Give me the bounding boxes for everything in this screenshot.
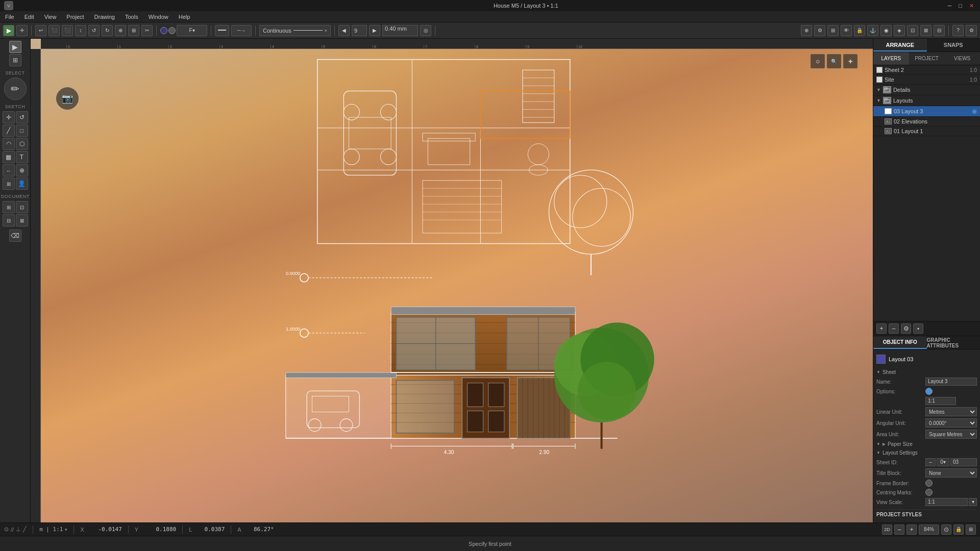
layer-item-layout3[interactable]: 03 Layout 3 ◉ (873, 106, 980, 117)
tb-tool-3[interactable]: ⬛ (62, 25, 73, 36)
tab-layers[interactable]: LAYERS (873, 52, 909, 65)
close-button[interactable]: ✕ (967, 3, 976, 9)
layout-icon-button[interactable]: ⊞ (966, 524, 976, 535)
help-icon[interactable]: ? (952, 25, 964, 36)
tb-extra-3[interactable]: ⊡ (907, 25, 918, 36)
menu-view[interactable]: View (42, 13, 59, 21)
window-controls[interactable]: ─ □ ✕ (946, 3, 976, 9)
anchor-icon[interactable]: ⚓ (867, 25, 878, 36)
rect-tool[interactable]: □ (16, 124, 28, 137)
layer-item-layouts[interactable]: ▼ Layouts (873, 95, 980, 106)
centering-marks-toggle[interactable] (925, 489, 933, 496)
dimension-tool[interactable]: ↔ (3, 164, 15, 177)
tb-scissors[interactable]: ✂ (141, 25, 153, 36)
view-scale-dropdown[interactable]: ▾ (969, 498, 977, 506)
tb-tool-4[interactable]: ↕ (75, 25, 86, 36)
eraser-tool[interactable]: ⌫ (9, 230, 21, 242)
tb-crop[interactable]: ⊞ (128, 25, 139, 36)
options-toggle[interactable] (925, 388, 933, 395)
zoom-to-fit[interactable]: ⊙ (811, 54, 825, 68)
menu-window[interactable]: Window (146, 13, 170, 21)
pan-tool[interactable]: ✚ (843, 54, 857, 68)
scale-value[interactable]: 1:1 (925, 397, 956, 405)
tab-project[interactable]: PROJECT (909, 52, 945, 65)
menu-help[interactable]: Help (177, 13, 192, 21)
layer-item-elevations[interactable]: A↕ 02 Elevations (873, 117, 980, 127)
layout-settings-section[interactable]: Layout Settings (876, 448, 977, 457)
tab-graphic-attributes[interactable]: GRAPHIC ATTRIBUTES (927, 336, 981, 349)
frame-border-toggle[interactable] (925, 480, 933, 487)
add-layer-button[interactable]: + (876, 323, 887, 334)
wall-tool[interactable]: ⊞ (3, 178, 15, 190)
tb-tool-6[interactable]: ↻ (102, 25, 113, 36)
menu-tools[interactable]: Tools (123, 13, 140, 21)
view-icon[interactable]: 👁 (841, 25, 852, 36)
zoom-percent[interactable]: 84% (919, 524, 939, 535)
layer-fill-button[interactable] (168, 27, 176, 34)
tab-views[interactable]: VIEWS (944, 52, 980, 65)
weight-select[interactable]: 0.40 mm (382, 25, 418, 36)
sketch-icon-btn[interactable]: ✏ (4, 78, 27, 100)
doc-tool-1[interactable]: ⊞ (3, 201, 15, 213)
menu-edit[interactable]: Edit (22, 13, 36, 21)
tb-extra-5[interactable]: ⊟ (934, 25, 945, 36)
line-style-button[interactable] (215, 25, 229, 36)
layer-item-layout1[interactable]: A↕ 01 Layout 1 (873, 127, 980, 136)
doc-tool-3[interactable]: ⊟ (3, 214, 15, 227)
layer-settings-button[interactable]: ⚙ (901, 323, 911, 334)
linear-unit-select[interactable]: Metres (925, 407, 977, 416)
snap-icon-4[interactable]: ╱ (23, 526, 27, 533)
angular-unit-select[interactable]: 0.0000° (925, 418, 977, 428)
tb-extra-1[interactable]: ◉ (880, 25, 892, 36)
weight-left[interactable]: ◀ (338, 25, 350, 36)
arc-tool[interactable]: ◠ (3, 138, 15, 150)
canvas-area[interactable]: 0 1 2 3 4 5 6 7 8 9 10 (31, 39, 873, 522)
menu-file[interactable]: File (3, 13, 16, 21)
snap-icon-2[interactable]: // (11, 527, 14, 533)
run-button[interactable]: ▶ (3, 25, 14, 36)
select-mode-button[interactable]: ▶ (9, 41, 21, 53)
title-block-select[interactable]: None (925, 468, 977, 478)
mode-dropdown[interactable]: ▾ (65, 527, 67, 532)
doc-tool-4[interactable]: ⊠ (16, 214, 28, 227)
view-2d-button[interactable]: 2D (882, 524, 892, 535)
tb-tool-5[interactable]: ↺ (88, 25, 100, 36)
hatch-tool[interactable]: ▦ (3, 151, 15, 163)
weight-input[interactable] (352, 25, 367, 36)
zoom-in-view[interactable]: 🔍 (827, 54, 841, 68)
view-scale-value[interactable]: 1:1 (925, 498, 968, 506)
tb-tool-1[interactable]: ↩ (35, 25, 46, 36)
area-unit-select[interactable]: Square Metres (925, 430, 977, 439)
doc-tool-2[interactable]: ⊡ (16, 201, 28, 213)
menu-project[interactable]: Project (64, 13, 86, 21)
polygon-tool[interactable]: ⬡ (16, 138, 28, 150)
layer-color-button[interactable] (160, 27, 167, 34)
line-end-button[interactable]: ─→ (231, 25, 252, 36)
minimize-button[interactable]: ─ (946, 3, 954, 9)
layer-settings-down[interactable]: ▾ (913, 323, 923, 334)
weight-right[interactable]: ▶ (369, 25, 380, 36)
tb-tool-7[interactable]: ⊕ (115, 25, 126, 36)
rotate-tool[interactable]: ↺ (16, 111, 28, 123)
sheet-id-value[interactable]: 03 (950, 458, 977, 466)
tab-snaps[interactable]: SNAPS (927, 39, 981, 52)
scale-display[interactable]: m | 1:1 ▾ (39, 526, 67, 533)
camera-overlay[interactable]: 📷 (56, 87, 79, 110)
zoom-fit-button[interactable]: ⊙ (941, 524, 951, 535)
tb-extra-2[interactable]: ◈ (894, 25, 905, 36)
tb-tool-2[interactable]: ⬛ (48, 25, 60, 36)
settings-icon[interactable]: ⚙ (966, 25, 977, 36)
constraint-icon[interactable]: ⚙ (814, 25, 825, 36)
line-type-dropdown[interactable]: Continuous ▾ (259, 25, 331, 36)
snap-icon-3[interactable]: ⊥ (16, 526, 21, 533)
name-value[interactable]: Layout 3 (925, 378, 977, 386)
symbol-tool[interactable]: ⊕ (16, 164, 28, 177)
select-tool[interactable]: ✛ (16, 25, 28, 36)
layer-item-site[interactable]: Site 1:0 (873, 75, 980, 85)
sheet-section[interactable]: Sheet (876, 368, 977, 377)
tb-extra-4[interactable]: ⊠ (920, 25, 932, 36)
zoom-out-button[interactable]: – (894, 524, 904, 535)
zoom-lock-button[interactable]: 🔒 (953, 524, 964, 535)
tab-object-info[interactable]: OBJECT INFO (873, 336, 927, 349)
menu-drawing[interactable]: Drawing (92, 13, 117, 21)
